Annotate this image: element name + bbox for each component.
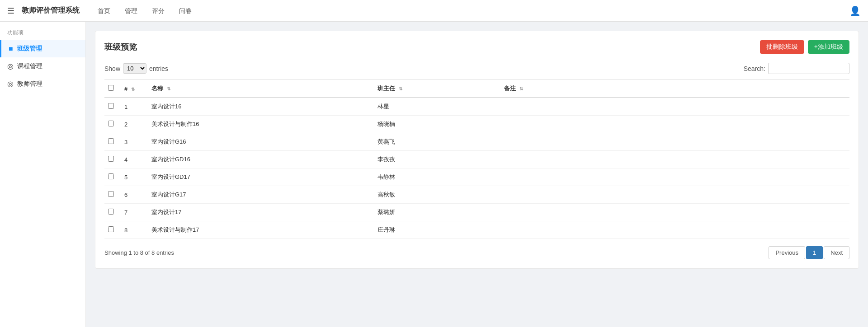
- row-name: 美术设计与制作16: [148, 116, 374, 133]
- search-area: Search:: [744, 63, 849, 74]
- nav-manage[interactable]: 管理: [118, 0, 145, 22]
- entries-select[interactable]: 10 5 25 50 100: [123, 63, 146, 74]
- row-checkbox[interactable]: [108, 103, 114, 109]
- table-row: 4 室内设计GD16 李孜孜: [104, 151, 849, 168]
- pagination-buttons: Previous 1 Next: [769, 246, 849, 259]
- row-name: 室内设计G16: [148, 133, 374, 151]
- table-row: 7 室内设计17 蔡璐妍: [104, 204, 849, 221]
- row-remark: [500, 116, 849, 133]
- sidebar-label-class: 班级管理: [17, 45, 42, 53]
- pagination-info: Showing 1 to 8 of 8 entries: [104, 249, 174, 256]
- sidebar: 功能项 ■ 班级管理 ◎ 课程管理 ◎ 教师管理: [0, 22, 86, 327]
- row-id: 5: [121, 168, 148, 186]
- sort-icon-teacher: ⇅: [399, 86, 402, 91]
- sort-icon-num: ⇅: [131, 87, 135, 92]
- row-id: 6: [121, 186, 148, 204]
- row-remark: [500, 98, 849, 116]
- sidebar-section-title: 功能项: [0, 29, 85, 40]
- class-icon: ■: [9, 45, 13, 53]
- col-header-name[interactable]: 名称 ⇅: [148, 80, 374, 98]
- table-row: 2 美术设计与制作16 杨晓楠: [104, 116, 849, 133]
- row-checkbox[interactable]: [108, 156, 114, 162]
- search-input[interactable]: [768, 63, 849, 74]
- sort-icon-remark: ⇅: [519, 86, 523, 91]
- search-label: Search:: [744, 65, 765, 72]
- row-id: 4: [121, 151, 148, 168]
- row-teacher: 韦静林: [374, 168, 500, 186]
- row-remark: [500, 168, 849, 186]
- col-header-teacher[interactable]: 班主任 ⇅: [374, 80, 500, 98]
- sidebar-item-class-management[interactable]: ■ 班级管理: [0, 40, 85, 57]
- next-button[interactable]: Next: [824, 246, 849, 259]
- main-content: 班级预览 批删除班级 +添加班级 Show 10 5 25 50 100: [86, 22, 868, 327]
- hamburger-icon[interactable]: ☰: [7, 6, 14, 16]
- row-checkbox[interactable]: [108, 121, 114, 126]
- row-teacher: 高秋敏: [374, 186, 500, 204]
- row-name: 室内设计16: [148, 98, 374, 116]
- previous-button[interactable]: Previous: [769, 246, 805, 259]
- row-teacher: 庄丹琳: [374, 221, 500, 239]
- show-label: Show: [104, 65, 120, 72]
- row-checkbox[interactable]: [108, 138, 114, 144]
- row-checkbox[interactable]: [108, 191, 114, 197]
- row-teacher: 李孜孜: [374, 151, 500, 168]
- row-id: 2: [121, 116, 148, 133]
- class-table: # ⇅ 名称 ⇅ 班主任 ⇅ 备注 ⇅: [104, 79, 849, 239]
- batch-delete-button[interactable]: 批删除班级: [760, 40, 804, 54]
- row-id: 1: [121, 98, 148, 116]
- nav-survey[interactable]: 问卷: [172, 0, 199, 22]
- pagination-area: Showing 1 to 8 of 8 entries Previous 1 N…: [104, 246, 849, 259]
- table-controls: Show 10 5 25 50 100 entries Search:: [104, 63, 849, 74]
- col-header-num[interactable]: # ⇅: [121, 80, 148, 98]
- show-entries-control: Show 10 5 25 50 100 entries: [104, 63, 168, 74]
- table-row: 1 室内设计16 林星: [104, 98, 849, 116]
- top-nav-menu: 首页 管理 评分 问卷: [90, 0, 199, 22]
- card-header: 班级预览 批删除班级 +添加班级: [104, 40, 849, 54]
- row-id: 7: [121, 204, 148, 221]
- class-preview-card: 班级预览 批删除班级 +添加班级 Show 10 5 25 50 100: [95, 31, 859, 269]
- user-icon[interactable]: 👤: [849, 5, 861, 16]
- sidebar-label-teacher: 教师管理: [17, 80, 42, 88]
- row-remark: [500, 221, 849, 239]
- table-row: 6 室内设计G17 高秋敏: [104, 186, 849, 204]
- row-checkbox[interactable]: [108, 226, 114, 232]
- sidebar-item-course-management[interactable]: ◎ 课程管理: [0, 57, 85, 75]
- row-teacher: 杨晓楠: [374, 116, 500, 133]
- table-row: 8 美术设计与制作17 庄丹琳: [104, 221, 849, 239]
- row-remark: [500, 151, 849, 168]
- row-id: 8: [121, 221, 148, 239]
- row-name: 室内设计GD17: [148, 168, 374, 186]
- col-header-remark[interactable]: 备注 ⇅: [500, 80, 849, 98]
- table-row: 3 室内设计G16 黄燕飞: [104, 133, 849, 151]
- nav-home[interactable]: 首页: [90, 0, 118, 22]
- card-actions: 批删除班级 +添加班级: [760, 40, 849, 54]
- course-icon: ◎: [7, 62, 14, 70]
- row-remark: [500, 186, 849, 204]
- row-name: 室内设计17: [148, 204, 374, 221]
- teacher-icon: ◎: [7, 79, 14, 88]
- row-name: 室内设计G17: [148, 186, 374, 204]
- sidebar-label-course: 课程管理: [17, 62, 42, 70]
- row-teacher: 林星: [374, 98, 500, 116]
- sort-icon-name: ⇅: [167, 86, 170, 91]
- sidebar-item-teacher-management[interactable]: ◎ 教师管理: [0, 75, 85, 93]
- row-remark: [500, 133, 849, 151]
- row-name: 美术设计与制作17: [148, 221, 374, 239]
- nav-score[interactable]: 评分: [145, 0, 172, 22]
- row-checkbox[interactable]: [108, 173, 114, 179]
- row-teacher: 黄燕飞: [374, 133, 500, 151]
- row-remark: [500, 204, 849, 221]
- card-title: 班级预览: [104, 42, 137, 52]
- add-class-button[interactable]: +添加班级: [808, 40, 849, 54]
- app-title: 教师评价管理系统: [22, 6, 80, 15]
- page-1-button[interactable]: 1: [806, 246, 823, 259]
- table-row: 5 室内设计GD17 韦静林: [104, 168, 849, 186]
- row-checkbox[interactable]: [108, 209, 114, 215]
- select-all-checkbox[interactable]: [108, 85, 114, 91]
- entries-label: entries: [149, 65, 168, 72]
- row-teacher: 蔡璐妍: [374, 204, 500, 221]
- row-name: 室内设计GD16: [148, 151, 374, 168]
- row-id: 3: [121, 133, 148, 151]
